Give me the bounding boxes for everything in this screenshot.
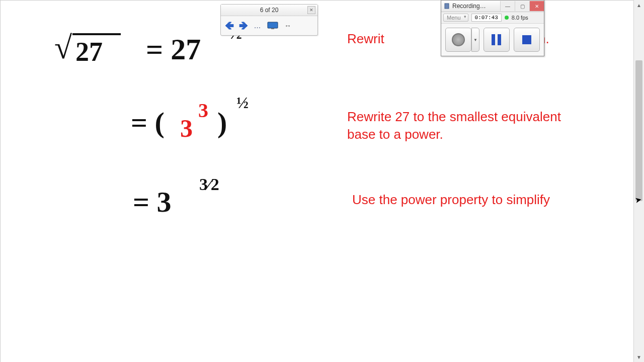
ink-swap-button[interactable]: ↔	[281, 18, 294, 33]
recorder-close-button[interactable]: ✕	[529, 1, 544, 11]
recorder-status-bar: Menu 0:07:43 8.0 fps	[441, 12, 544, 24]
math-radical-sign: √	[54, 29, 72, 66]
ink-page-indicator: 6 of 20	[260, 7, 279, 14]
recorder-timer: 0:07:43	[471, 14, 502, 22]
svg-rect-2	[445, 4, 449, 9]
recorder-max-button[interactable]: ▢	[515, 1, 529, 11]
recorder-record-options-button[interactable]: ▼	[471, 28, 479, 52]
ink-toolbar[interactable]: 6 of 20 ✕ 🡸 🡺 … ↔	[220, 4, 318, 36]
ink-page-indicator-bar[interactable]: 6 of 20 ✕	[221, 5, 317, 16]
scroll-up-button[interactable]: ▲	[634, 0, 644, 10]
ink-buttons-row: 🡸 🡺 … ↔	[221, 16, 317, 35]
recorder-window[interactable]: Recording… — ▢ ✕ Menu 0:07:43 8.0 fps ▼	[441, 0, 544, 56]
stop-icon	[522, 35, 531, 44]
math-eq3: = 3	[133, 185, 172, 219]
recorder-min-button[interactable]: —	[500, 1, 515, 11]
recorder-pause-button[interactable]	[484, 28, 510, 52]
math-eq1: = 27	[146, 32, 201, 67]
recorder-record-button[interactable]	[445, 28, 471, 52]
chevron-down-icon: ▼	[473, 38, 477, 42]
math-vinculum	[72, 33, 121, 35]
recorder-menu-dropdown[interactable]: Menu	[443, 14, 468, 22]
scroll-thumb[interactable]	[635, 60, 642, 201]
math-eq2-outerexp: ½	[236, 94, 249, 112]
ink-next-button[interactable]: 🡺	[237, 18, 250, 33]
scroll-down-button[interactable]: ▼	[634, 352, 644, 362]
recorder-title: Recording…	[452, 3, 486, 10]
instruction-text-3: Use the power property to simplify	[352, 191, 584, 209]
recorder-titlebar[interactable]: Recording… — ▢ ✕	[441, 1, 544, 12]
recorder-window-controls: — ▢ ✕	[500, 1, 544, 11]
ink-close-button[interactable]: ✕	[307, 6, 315, 14]
math-eq3-exp: 3⁄2	[199, 175, 219, 194]
instruction-text-1a: Rewrit	[347, 30, 448, 48]
recorder-status-dot-icon	[505, 16, 509, 20]
math-radicand: 27	[75, 36, 103, 67]
pause-icon	[492, 34, 501, 45]
ink-more-button[interactable]: …	[251, 18, 264, 33]
ink-display-button[interactable]	[265, 18, 280, 33]
vertical-scrollbar[interactable]: ▲ ▼	[633, 0, 644, 362]
svg-rect-1	[271, 28, 274, 29]
svg-rect-0	[268, 22, 278, 28]
recorder-fps-label: 8.0 fps	[512, 15, 528, 21]
recorder-stop-button[interactable]	[514, 28, 540, 52]
ink-prev-button[interactable]: 🡸	[223, 18, 236, 33]
recorder-body: ▼	[441, 24, 544, 56]
math-eq2-open: = (	[131, 106, 165, 139]
instruction-text-2: Rewrite 27 to the smallest equivalent ba…	[347, 108, 579, 143]
math-eq2-base: 3	[180, 114, 193, 143]
math-eq2-innerexp: 3	[198, 99, 208, 122]
recorder-app-icon	[443, 3, 450, 10]
record-icon	[452, 33, 465, 46]
math-eq2-close: )	[217, 106, 227, 139]
